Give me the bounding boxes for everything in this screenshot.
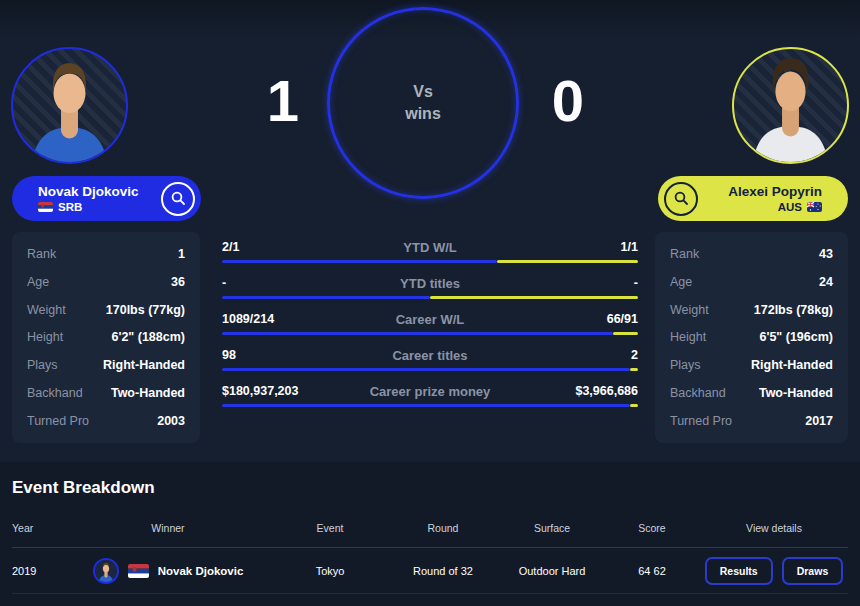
column-event: Event	[274, 522, 386, 534]
wins-label: wins	[405, 103, 441, 125]
event-winner: Novak Djokovic	[62, 558, 274, 584]
left-value: -	[222, 276, 226, 290]
player-left-country: SRB	[38, 201, 82, 213]
stat-value: Two-Handed	[759, 386, 833, 400]
stat-label: Backhand	[27, 386, 83, 400]
left-bar-segment	[222, 332, 613, 335]
comparison-row-ytd-titles: - YTD titles -	[222, 276, 638, 299]
vs-wins-circle: Vs wins	[327, 7, 519, 199]
right-value: 1/1	[621, 240, 638, 254]
stat-value: 170lbs (77kg)	[106, 303, 185, 317]
event-breakdown-section: Event Breakdown Year Winner Event Round …	[0, 462, 860, 606]
right-bar-segment	[613, 332, 638, 335]
left-value: 2/1	[222, 240, 239, 254]
comparison-label: Career W/L	[222, 312, 638, 327]
stat-label: Backhand	[670, 386, 726, 400]
player-left-pill: Novak Djokovic SRB	[12, 176, 201, 221]
comparison-row-career-titles: 98 Career titles 2	[222, 348, 638, 371]
left-bar-segment	[222, 404, 630, 407]
comparison-row-career-wl: 1089/214 Career W/L 66/91	[222, 312, 638, 335]
stat-row-age: Age 36	[27, 275, 185, 289]
right-value: 66/91	[607, 312, 638, 326]
player-right-country-code: AUS	[778, 201, 802, 213]
event-surface: Outdoor Hard	[500, 565, 604, 577]
stat-label: Plays	[670, 358, 701, 372]
stat-label: Height	[27, 330, 63, 344]
player-right-photo	[732, 47, 849, 164]
column-surface: Surface	[500, 522, 604, 534]
stat-value: 6'5" (196cm)	[759, 330, 833, 344]
event-round: Round of 32	[386, 565, 500, 577]
left-bar-segment	[222, 368, 630, 371]
column-score: Score	[604, 522, 700, 534]
stat-label: Turned Pro	[670, 414, 732, 428]
player-right-identity: Alexei Popyrin AUS	[728, 184, 822, 213]
column-year: Year	[12, 522, 62, 534]
comparison-bar	[222, 332, 638, 335]
right-value: -	[634, 276, 638, 290]
player-left-stats-panel: Rank 1 Age 36 Weight 170lbs (77kg) Heigh…	[12, 232, 200, 443]
stat-label: Weight	[670, 303, 709, 317]
stat-value: 36	[171, 275, 185, 289]
player-right-pill: Alexei Popyrin AUS	[658, 176, 848, 221]
player-left-portrait	[13, 49, 126, 162]
australia-flag-icon	[807, 202, 822, 212]
event-table-header: Year Winner Event Round Surface Score Vi…	[12, 522, 848, 548]
column-winner: Winner	[62, 522, 274, 534]
player-left-name: Novak Djokovic	[38, 184, 139, 199]
serbia-flag-icon	[38, 202, 53, 212]
results-button[interactable]: Results	[705, 557, 773, 585]
stat-row-weight: Weight 172lbs (78kg)	[670, 303, 833, 317]
stat-value: Right-Handed	[751, 358, 833, 372]
left-value: $180,937,203	[222, 384, 298, 398]
comparison-label: YTD W/L	[222, 240, 638, 255]
left-bar-segment	[222, 260, 497, 263]
winner-name: Novak Djokovic	[158, 565, 244, 577]
player-right-portrait	[734, 49, 847, 162]
event-score: 64 62	[604, 565, 700, 577]
stat-row-turned-pro: Turned Pro 2003	[27, 414, 185, 428]
stat-row-age: Age 24	[670, 275, 833, 289]
winner-avatar	[93, 558, 119, 584]
stat-label: Plays	[27, 358, 58, 372]
stat-label: Rank	[670, 247, 699, 261]
search-icon	[170, 190, 187, 207]
player-left-photo	[11, 47, 128, 164]
stat-value: 6'2" (188cm)	[111, 330, 185, 344]
stat-row-weight: Weight 170lbs (77kg)	[27, 303, 185, 317]
comparison-label: Career titles	[222, 348, 638, 363]
stat-label: Age	[27, 275, 49, 289]
stat-row-turned-pro: Turned Pro 2017	[670, 414, 833, 428]
event-year: 2019	[12, 565, 62, 577]
left-bar-segment	[222, 296, 430, 299]
stat-value: Right-Handed	[103, 358, 185, 372]
stat-label: Weight	[27, 303, 66, 317]
left-value: 1089/214	[222, 312, 274, 326]
player-left-search-button[interactable]	[161, 182, 195, 216]
stat-label: Turned Pro	[27, 414, 89, 428]
serbia-flag-icon	[128, 564, 149, 578]
right-wins-count: 0	[533, 72, 603, 130]
player-right-search-button[interactable]	[664, 182, 698, 216]
right-value: 2	[631, 348, 638, 362]
stat-label: Rank	[27, 247, 56, 261]
event-breakdown-title: Event Breakdown	[12, 478, 848, 498]
stat-row-backhand: Backhand Two-Handed	[27, 386, 185, 400]
right-bar-segment	[497, 260, 638, 263]
stat-value: 43	[819, 247, 833, 261]
comparison-row-career-prize-money: $180,937,203 Career prize money $3,966,6…	[222, 384, 638, 407]
event-table-row: 2019 Novak Djokovic	[12, 548, 848, 594]
stat-label: Height	[670, 330, 706, 344]
stat-label: Age	[670, 275, 692, 289]
stat-value: 2003	[157, 414, 185, 428]
stat-row-rank: Rank 1	[27, 247, 185, 261]
comparison-bar	[222, 368, 638, 371]
player-right-country: AUS	[778, 201, 822, 213]
draws-button[interactable]: Draws	[782, 557, 844, 585]
stat-value: 24	[819, 275, 833, 289]
stat-row-rank: Rank 43	[670, 247, 833, 261]
head-to-head-section: 1 Vs wins 0 Novak Djokovic	[0, 0, 860, 462]
search-icon	[673, 190, 690, 207]
player-left-identity: Novak Djokovic SRB	[38, 184, 139, 213]
left-value: 98	[222, 348, 236, 362]
